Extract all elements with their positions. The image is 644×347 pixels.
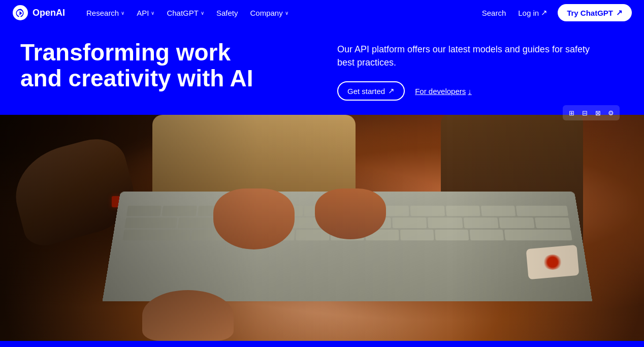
- nav-link-safety[interactable]: Safety: [211, 6, 243, 20]
- hero-description: Our API platform offers our latest model…: [337, 43, 601, 69]
- research-chevron-icon: ∨: [121, 10, 124, 16]
- logo-text: OpenAI: [33, 8, 65, 18]
- toolbar-icon-1[interactable]: ⊞: [566, 107, 577, 118]
- developers-arrow-icon: ↓: [468, 87, 472, 96]
- try-arrow-icon: ↗: [616, 8, 623, 17]
- openai-logo-icon: [12, 5, 28, 21]
- hero-image: [0, 115, 644, 341]
- search-button[interactable]: Search: [480, 6, 508, 20]
- nav-actions: Search Log in ↗ Try ChatGPT ↗: [480, 4, 632, 21]
- nav-link-company[interactable]: Company ∨: [245, 6, 293, 20]
- login-arrow-icon: ↗: [541, 8, 548, 17]
- hero-buttons: Get started ↗ For developers ↓: [337, 81, 472, 101]
- hero-title: Transforming work and creativity with AI: [20, 40, 274, 91]
- hero-section: Transforming work and creativity with AI…: [0, 25, 644, 115]
- toolbar-icon-3[interactable]: ⊠: [592, 107, 603, 118]
- photo-background: [0, 115, 644, 341]
- chatgpt-chevron-icon: ∨: [201, 10, 204, 16]
- hero-left: Transforming work and creativity with AI: [20, 40, 307, 91]
- toolbar-icon-2[interactable]: ⊟: [579, 107, 590, 118]
- logo-link[interactable]: OpenAI: [12, 5, 65, 21]
- toolbar-icon-4[interactable]: ⚙: [605, 107, 617, 118]
- for-developers-button[interactable]: For developers ↓: [415, 83, 472, 100]
- try-chatgpt-button[interactable]: Try ChatGPT ↗: [558, 4, 632, 21]
- hero-right: Our API platform offers our latest model…: [337, 40, 624, 101]
- api-chevron-icon: ∨: [151, 10, 154, 16]
- login-button[interactable]: Log in ↗: [516, 5, 550, 20]
- hero-image-container: [0, 115, 644, 341]
- nav-link-research[interactable]: Research ∨: [81, 6, 130, 20]
- company-chevron-icon: ∨: [285, 10, 288, 16]
- nav-links: Research ∨ API ∨ ChatGPT ∨ Safety Compan…: [81, 6, 480, 20]
- nav-link-api[interactable]: API ∨: [132, 6, 159, 20]
- nav-link-chatgpt[interactable]: ChatGPT ∨: [162, 6, 209, 20]
- get-started-button[interactable]: Get started ↗: [337, 81, 405, 101]
- dark-overlay: [0, 115, 644, 341]
- image-toolbar: ⊞ ⊟ ⊠ ⚙: [563, 105, 620, 120]
- get-started-arrow-icon: ↗: [388, 86, 395, 96]
- navbar: OpenAI Research ∨ API ∨ ChatGPT ∨ Safety…: [0, 0, 644, 25]
